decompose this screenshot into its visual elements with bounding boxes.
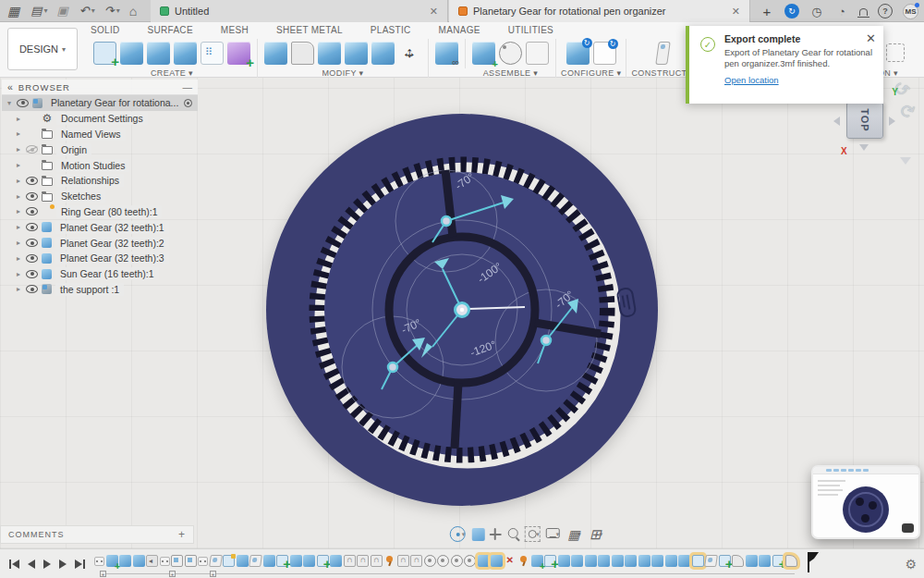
browser-tree-row[interactable]: ▸ Motion Studies: [2, 157, 198, 173]
newcomp-icon[interactable]: [472, 42, 495, 65]
nav-tool[interactable]: ▾: [524, 526, 540, 542]
insert-icon[interactable]: [435, 42, 458, 65]
close-tab-icon[interactable]: ✕: [430, 6, 438, 18]
ribbon-tab[interactable]: SHEET METAL: [274, 24, 345, 36]
node-label[interactable]: Relationships: [56, 174, 124, 187]
node-label[interactable]: Document Settings: [56, 112, 148, 125]
pattern-icon[interactable]: [201, 42, 224, 65]
rotate-left-arrow[interactable]: [833, 117, 840, 126]
node-label[interactable]: Planet Gear (32 teeth):2: [55, 237, 169, 250]
timeline-feature-icon[interactable]: [719, 555, 731, 567]
selbox-icon[interactable]: [886, 43, 905, 62]
timeline-feature-icon[interactable]: [678, 555, 690, 567]
expand-chevron-icon[interactable]: ▸: [15, 239, 22, 247]
node-label[interactable]: Motion Studies: [56, 159, 129, 172]
titlebar-right-icon[interactable]: [809, 4, 824, 18]
expand-chevron-icon[interactable]: ▸: [15, 223, 22, 231]
browser-tree-row[interactable]: ▸ Ring Gear (80 teeth):1: [2, 204, 198, 220]
skip-to-end-button[interactable]: [75, 560, 85, 569]
expand-chevron-icon[interactable]: ▾: [6, 99, 13, 107]
timeline-feature-icon[interactable]: [94, 557, 104, 566]
hole-icon[interactable]: [174, 42, 197, 65]
avatar[interactable]: MS: [903, 4, 918, 19]
timeline-feature-icon[interactable]: [357, 555, 369, 567]
titlebar-icon[interactable]: ▾: [79, 5, 95, 17]
expand-chevron-icon[interactable]: ▸: [15, 145, 22, 154]
combine-icon[interactable]: [345, 42, 368, 65]
timeline-feature-icon[interactable]: [638, 555, 650, 567]
timeline-feature-icon[interactable]: [237, 555, 249, 567]
timeline-feature-icon[interactable]: [625, 555, 637, 567]
visibility-eye-icon[interactable]: [26, 254, 38, 263]
nav-tool[interactable]: ▾: [450, 526, 466, 542]
timeline-feature-icon[interactable]: [133, 555, 145, 567]
ribbon-tab[interactable]: UTILITIES: [506, 24, 555, 36]
view-cube-face[interactable]: TOP: [846, 102, 883, 139]
timeline-feature-icon[interactable]: [517, 555, 529, 567]
step-back-button[interactable]: [28, 560, 35, 569]
node-label[interactable]: Planet Gear (32 teeth):3: [55, 252, 169, 264]
node-label[interactable]: Sketches: [56, 190, 105, 203]
timeline-feature-icon[interactable]: [198, 557, 208, 566]
presspull-icon[interactable]: [264, 42, 287, 65]
close-tab-icon[interactable]: ✕: [732, 6, 740, 18]
expand-chevron-icon[interactable]: ▸: [15, 192, 22, 201]
titlebar-icon[interactable]: ▾: [104, 5, 120, 17]
browser-tree-row[interactable]: ▸ the support :1: [2, 282, 198, 298]
expand-chevron-icon[interactable]: ▸: [15, 207, 22, 215]
rigid-icon[interactable]: [526, 42, 549, 65]
node-label[interactable]: Planet Gear (32 teeth):1: [55, 221, 169, 234]
node-label[interactable]: Origin: [56, 143, 91, 156]
step-forward-button[interactable]: [59, 560, 67, 569]
configtable-icon[interactable]: [593, 42, 616, 65]
timeline-feature-icon[interactable]: [209, 555, 223, 567]
timeline-feature-icon[interactable]: [785, 555, 797, 567]
nav-tool[interactable]: [471, 528, 480, 541]
timeline-feature-icon[interactable]: [598, 555, 610, 567]
timeline-feature-icon[interactable]: [746, 555, 758, 567]
ribbon-tab[interactable]: PLASTIC: [369, 24, 413, 36]
timeline-feature-icon[interactable]: [464, 555, 476, 567]
timeline-feature-icon[interactable]: [759, 555, 771, 567]
timeline-feature-icon[interactable]: [160, 557, 170, 566]
browser-tree-row[interactable]: ▸ Named Views: [2, 127, 198, 142]
timeline-feature-icon[interactable]: [732, 555, 744, 567]
timeline-feature-icon[interactable]: [704, 555, 718, 567]
browser-tree-row[interactable]: ▸ Document Settings: [2, 111, 198, 127]
nav-tool[interactable]: [505, 526, 517, 542]
timeline-feature-icon[interactable]: [185, 555, 197, 567]
visibility-eye-icon[interactable]: [26, 177, 38, 185]
timeline-feature-icon[interactable]: [612, 555, 624, 567]
timeline-feature-icon[interactable]: [106, 555, 118, 567]
timeline-feature-icon[interactable]: [344, 555, 356, 567]
component-label[interactable]: Planetary Gear for rotationa...: [46, 96, 183, 109]
timeline-settings-gear-icon[interactable]: ⚙: [905, 557, 917, 572]
timeline-feature-icon[interactable]: [665, 555, 677, 567]
timeline-feature-icon[interactable]: [290, 555, 302, 567]
timeline-feature-icon[interactable]: [276, 555, 288, 567]
activate-component-radio[interactable]: [184, 99, 192, 107]
timeline-feature-icon[interactable]: [371, 555, 383, 567]
timeline-feature-icon[interactable]: [544, 555, 556, 567]
add-comment-icon[interactable]: +: [178, 528, 186, 541]
timeline-playhead-marker[interactable]: [802, 552, 815, 574]
close-toast-icon[interactable]: ✕: [866, 31, 876, 45]
timeline-feature-icon[interactable]: [451, 555, 463, 567]
node-label[interactable]: Sun Gear (16 teeth):1: [55, 267, 159, 280]
visibility-eye-icon[interactable]: [26, 285, 38, 293]
timeline-feature-icon[interactable]: [692, 555, 704, 567]
form-icon[interactable]: [227, 42, 250, 65]
ribbon-tab[interactable]: SURFACE: [146, 24, 195, 36]
visibility-eye-icon[interactable]: [26, 239, 38, 247]
expand-chevron-icon[interactable]: ▸: [15, 115, 22, 123]
timeline-feature-icon[interactable]: [146, 555, 158, 567]
expand-chevron-icon[interactable]: ▸: [15, 270, 22, 278]
expand-chevron-icon[interactable]: ▸: [15, 177, 22, 185]
collapse-panel-icon[interactable]: «: [7, 81, 13, 92]
timeline-feature-icon[interactable]: [303, 555, 315, 567]
joint-icon[interactable]: [499, 42, 522, 65]
nav-tool[interactable]: ▾: [546, 531, 560, 538]
browser-tree-row[interactable]: ▸ Planet Gear (32 teeth):1: [2, 219, 198, 235]
timeline-feature-icon[interactable]: [558, 555, 570, 567]
rotate-cw-icon[interactable]: ↻: [894, 100, 919, 122]
